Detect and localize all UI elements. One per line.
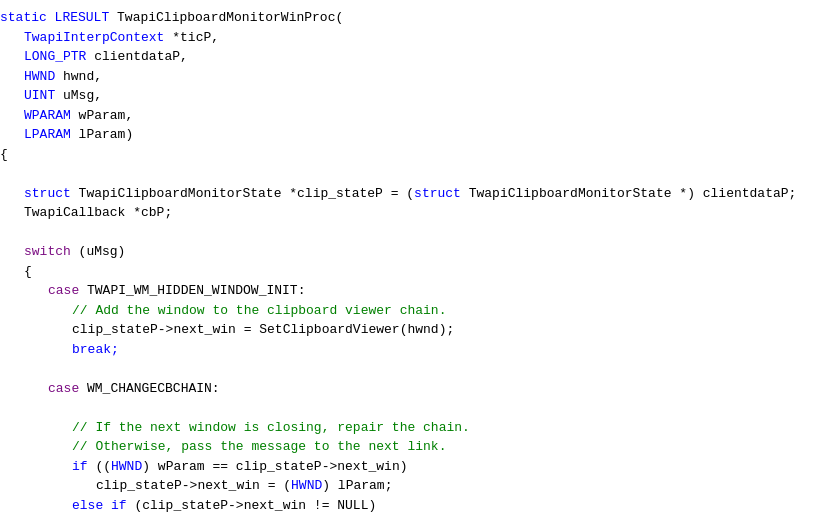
- code-token: // Add the window to the clipboard viewe…: [72, 303, 446, 318]
- code-token: HWND: [291, 478, 322, 493]
- code-token: LPARAM: [24, 127, 79, 142]
- code-token: WM_CHANGECBCHAIN:: [87, 381, 220, 396]
- code-line: WPARAM wParam,: [0, 106, 836, 126]
- code-token: ) lParam;: [322, 478, 392, 493]
- code-token: HWND: [24, 69, 63, 84]
- code-token: {: [0, 147, 8, 162]
- code-line: clip_stateP->next_win = (HWND) lParam;: [0, 476, 836, 496]
- code-token: wParam,: [79, 108, 134, 123]
- code-line: struct TwapiClipboardMonitorState *clip_…: [0, 184, 836, 204]
- code-token: (uMsg): [71, 244, 126, 259]
- code-token: TwapiClipboardMonitorWinProc(: [117, 10, 343, 25]
- code-token: struct: [414, 186, 469, 201]
- code-line: case WM_CHANGECBCHAIN:: [0, 379, 836, 399]
- code-token: static: [0, 10, 55, 25]
- code-token: TwapiCallback: [24, 205, 133, 220]
- code-token: else if: [72, 498, 127, 513]
- code-line: {: [0, 145, 836, 165]
- code-line: if ((HWND) wParam == clip_stateP->next_w…: [0, 457, 836, 477]
- code-line: [0, 398, 836, 418]
- code-line: TwapiInterpContext *ticP,: [0, 28, 836, 48]
- code-token: ) wParam == clip_stateP->next_win): [142, 459, 407, 474]
- code-token: TwapiInterpContext: [24, 30, 172, 45]
- code-token: uMsg,: [63, 88, 102, 103]
- code-line: // Otherwise, pass the message to the ne…: [0, 437, 836, 457]
- code-token: // If the next window is closing, repair…: [72, 420, 470, 435]
- code-token: TWAPI_WM_HIDDEN_WINDOW_INIT:: [87, 283, 305, 298]
- code-token: TwapiClipboardMonitorState: [79, 186, 290, 201]
- code-token: *) clientdataP;: [679, 186, 796, 201]
- code-token: LONG_PTR: [24, 49, 94, 64]
- code-line: [0, 164, 836, 184]
- code-line: // Add the window to the clipboard viewe…: [0, 301, 836, 321]
- code-token: struct: [24, 186, 79, 201]
- code-editor: static LRESULT TwapiClipboardMonitorWinP…: [0, 0, 836, 515]
- code-token: break;: [72, 342, 119, 357]
- code-token: TwapiClipboardMonitorState: [469, 186, 680, 201]
- code-token: clientdataP,: [94, 49, 188, 64]
- code-line: case TWAPI_WM_HIDDEN_WINDOW_INIT:: [0, 281, 836, 301]
- code-line: // If the next window is closing, repair…: [0, 418, 836, 438]
- code-line: switch (uMsg): [0, 242, 836, 262]
- code-line: [0, 223, 836, 243]
- code-token: clip_stateP->next_win = SetClipboardView…: [72, 322, 454, 337]
- code-token: if: [72, 459, 88, 474]
- code-token: WPARAM: [24, 108, 79, 123]
- code-token: LRESULT: [55, 10, 117, 25]
- code-token: case: [48, 381, 87, 396]
- code-token: {: [24, 264, 32, 279]
- code-token: switch: [24, 244, 71, 259]
- code-line: clip_stateP->next_win = SetClipboardView…: [0, 320, 836, 340]
- code-line: LONG_PTR clientdataP,: [0, 47, 836, 67]
- code-line: LPARAM lParam): [0, 125, 836, 145]
- code-token: *ticP,: [172, 30, 219, 45]
- code-token: case: [48, 283, 87, 298]
- code-line: UINT uMsg,: [0, 86, 836, 106]
- code-line: break;: [0, 340, 836, 360]
- code-token: UINT: [24, 88, 63, 103]
- code-line: {: [0, 262, 836, 282]
- code-token: ((: [88, 459, 111, 474]
- code-token: // Otherwise, pass the message to the ne…: [72, 439, 446, 454]
- code-token: hwnd,: [63, 69, 102, 84]
- code-token: clip_stateP->next_win = (: [96, 478, 291, 493]
- code-token: (clip_stateP->next_win != NULL): [127, 498, 377, 513]
- code-token: HWND: [111, 459, 142, 474]
- code-line: else if (clip_stateP->next_win != NULL): [0, 496, 836, 516]
- code-token: *cbP;: [133, 205, 172, 220]
- code-token: = (: [391, 186, 414, 201]
- code-token: *clip_stateP: [289, 186, 390, 201]
- code-token: lParam): [79, 127, 134, 142]
- code-line: static LRESULT TwapiClipboardMonitorWinP…: [0, 8, 836, 28]
- code-line: [0, 359, 836, 379]
- code-line: TwapiCallback *cbP;: [0, 203, 836, 223]
- code-line: HWND hwnd,: [0, 67, 836, 87]
